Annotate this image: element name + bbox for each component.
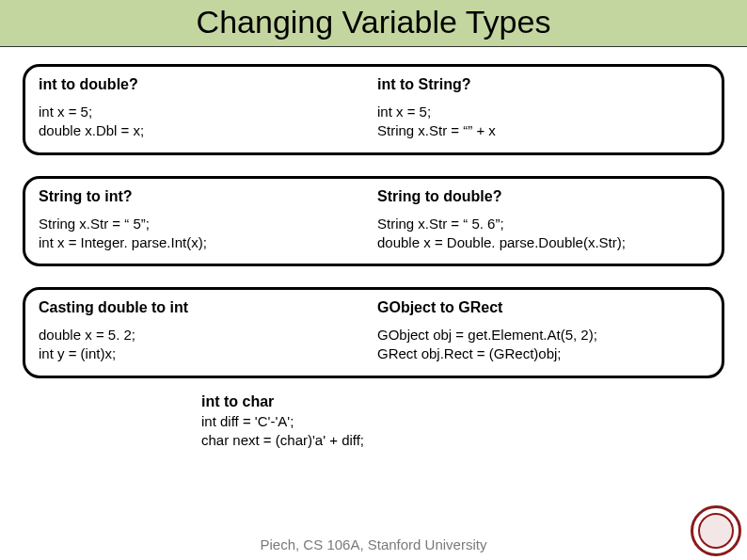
header-double-to-int: Casting double to int: [39, 299, 370, 316]
code-gobject-to-grect: GObject obj = get.Element.At(5, 2); GRec…: [377, 326, 708, 364]
code-double-to-int: double x = 5. 2; int y = (int)x;: [39, 326, 370, 364]
code-line: int x = Integer. parse.Int(x);: [39, 233, 370, 252]
content-area: int to double? int x = 5; double x.Dbl =…: [0, 47, 747, 450]
card-row-3: Casting double to int double x = 5. 2; i…: [23, 287, 724, 378]
code-line: int x = 5;: [377, 103, 708, 121]
card-row-2: String to int? String x.Str = “ 5”; int …: [23, 176, 724, 267]
header-int-to-char: int to char: [201, 393, 724, 410]
header-int-to-string: int to String?: [377, 76, 708, 93]
cell-gobject-to-grect: GObject to GRect GObject obj = get.Eleme…: [370, 299, 708, 364]
code-line: int x = 5;: [39, 103, 370, 121]
code-line: int y = (int)x;: [39, 344, 370, 363]
code-line: GObject obj = get.Element.At(5, 2);: [377, 326, 708, 344]
code-line: String x.Str = “ 5. 6”;: [377, 215, 708, 233]
card-row-1: int to double? int x = 5; double x.Dbl =…: [23, 64, 724, 155]
cell-string-to-double: String to double? String x.Str = “ 5. 6”…: [370, 188, 708, 253]
code-int-to-string: int x = 5; String x.Str = “” + x: [377, 103, 708, 141]
header-string-to-int: String to int?: [39, 188, 370, 205]
cell-int-to-double: int to double? int x = 5; double x.Dbl =…: [39, 76, 370, 141]
slide-title: Changing Variable Types: [0, 4, 747, 40]
cell-int-to-char: int to char int diff = 'C'-'A'; char nex…: [201, 393, 724, 451]
code-string-to-int: String x.Str = “ 5”; int x = Integer. pa…: [39, 215, 370, 253]
code-string-to-double: String x.Str = “ 5. 6”; double x = Doubl…: [377, 215, 708, 253]
header-int-to-double: int to double?: [39, 76, 370, 93]
title-bar: Changing Variable Types: [0, 0, 747, 47]
footer-text: Piech, CS 106A, Stanford University: [0, 536, 747, 552]
code-line: double x.Dbl = x;: [39, 121, 370, 140]
code-line: String x.Str = “” + x: [377, 121, 708, 140]
code-line: int diff = 'C'-'A';: [201, 412, 724, 431]
header-gobject-to-grect: GObject to GRect: [377, 299, 708, 316]
code-line: double x = 5. 2;: [39, 326, 370, 344]
code-int-to-char: int diff = 'C'-'A'; char next = (char)'a…: [201, 412, 724, 451]
code-int-to-double: int x = 5; double x.Dbl = x;: [39, 103, 370, 141]
header-string-to-double: String to double?: [377, 188, 708, 205]
cell-string-to-int: String to int? String x.Str = “ 5”; int …: [39, 188, 370, 253]
code-line: String x.Str = “ 5”;: [39, 215, 370, 233]
code-line: char next = (char)'a' + diff;: [201, 431, 724, 450]
cell-int-to-string: int to String? int x = 5; String x.Str =…: [370, 76, 708, 141]
code-line: GRect obj.Rect = (GRect)obj;: [377, 344, 708, 363]
stanford-seal-icon: [691, 505, 741, 556]
code-line: double x = Double. parse.Double(x.Str);: [377, 233, 708, 252]
cell-double-to-int: Casting double to int double x = 5. 2; i…: [39, 299, 370, 364]
